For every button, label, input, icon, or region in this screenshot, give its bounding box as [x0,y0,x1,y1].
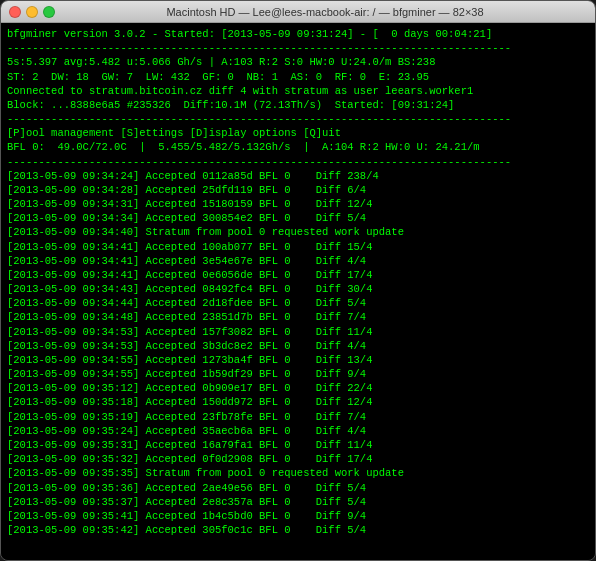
terminal-line: [2013-05-09 09:35:12] Accepted 0b909e17 … [7,381,589,395]
terminal-line: Block: ...8388e6a5 #235326 Diff:10.1M (7… [7,98,589,112]
terminal-line: 5s:5.397 avg:5.482 u:5.066 Gh/s | A:103 … [7,55,589,69]
terminal-line: ST: 2 DW: 18 GW: 7 LW: 432 GF: 0 NB: 1 A… [7,70,589,84]
terminal-line: [2013-05-09 09:35:32] Accepted 0f0d2908 … [7,452,589,466]
terminal-line: [2013-05-09 09:35:35] Stratum from pool … [7,466,589,480]
terminal-line: [2013-05-09 09:34:40] Stratum from pool … [7,225,589,239]
maximize-button[interactable] [43,6,55,18]
window-title: Macintosh HD — Lee@lees-macbook-air: / —… [63,6,587,18]
terminal-line: [2013-05-09 09:35:19] Accepted 23fb78fe … [7,410,589,424]
terminal-line: [2013-05-09 09:35:18] Accepted 150dd972 … [7,395,589,409]
terminal-line: [2013-05-09 09:34:53] Accepted 157f3082 … [7,325,589,339]
terminal-line: ----------------------------------------… [7,155,589,169]
terminal-line: bfgminer version 3.0.2 - Started: [2013-… [7,27,589,41]
close-button[interactable] [9,6,21,18]
terminal-line: [2013-05-09 09:34:43] Accepted 08492fc4 … [7,282,589,296]
terminal-window: Macintosh HD — Lee@lees-macbook-air: / —… [0,0,596,561]
terminal-line: ----------------------------------------… [7,41,589,55]
terminal-line: [2013-05-09 09:34:28] Accepted 25dfd119 … [7,183,589,197]
terminal-line: [2013-05-09 09:35:41] Accepted 1b4c5bd0 … [7,509,589,523]
terminal-line: [2013-05-09 09:34:55] Accepted 1273ba4f … [7,353,589,367]
terminal-line: [2013-05-09 09:34:41] Accepted 3e54e67e … [7,254,589,268]
minimize-button[interactable] [26,6,38,18]
terminal-line: [2013-05-09 09:34:41] Accepted 100ab077 … [7,240,589,254]
terminal-line: [2013-05-09 09:35:42] Accepted 305f0c1c … [7,523,589,537]
terminal-line: ----------------------------------------… [7,112,589,126]
terminal-line: BFL 0: 49.0C/72.0C | 5.455/5.482/5.132Gh… [7,140,589,154]
terminal-line: [2013-05-09 09:34:31] Accepted 15180159 … [7,197,589,211]
terminal-line: [2013-05-09 09:34:34] Accepted 300854e2 … [7,211,589,225]
title-bar: Macintosh HD — Lee@lees-macbook-air: / —… [1,1,595,23]
terminal-line: [2013-05-09 09:34:41] Accepted 0e6056de … [7,268,589,282]
terminal-line: [2013-05-09 09:35:24] Accepted 35aecb6a … [7,424,589,438]
terminal-line: [2013-05-09 09:34:53] Accepted 3b3dc8e2 … [7,339,589,353]
terminal-line: [2013-05-09 09:34:48] Accepted 23851d7b … [7,310,589,324]
terminal-line: [P]ool management [S]ettings [D]isplay o… [7,126,589,140]
terminal-line: [2013-05-09 09:35:36] Accepted 2ae49e56 … [7,481,589,495]
terminal-line: [2013-05-09 09:34:24] Accepted 0112a85d … [7,169,589,183]
terminal-line: [2013-05-09 09:34:44] Accepted 2d18fdee … [7,296,589,310]
terminal-line: [2013-05-09 09:34:55] Accepted 1b59df29 … [7,367,589,381]
terminal-line: [2013-05-09 09:35:37] Accepted 2e8c357a … [7,495,589,509]
terminal-line: Connected to stratum.bitcoin.cz diff 4 w… [7,84,589,98]
terminal-line: [2013-05-09 09:35:31] Accepted 16a79fa1 … [7,438,589,452]
traffic-lights [9,6,55,18]
terminal-output[interactable]: bfgminer version 3.0.2 - Started: [2013-… [1,23,595,560]
